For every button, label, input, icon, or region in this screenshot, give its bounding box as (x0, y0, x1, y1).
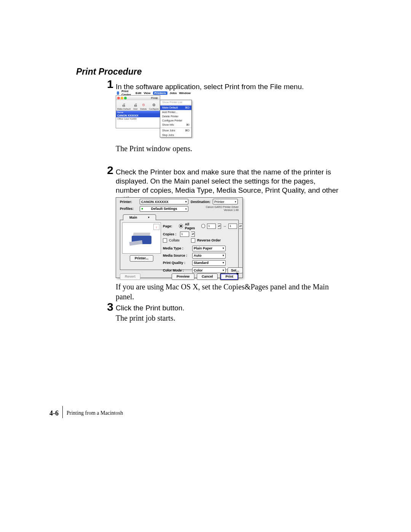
close-traffic-light-icon[interactable] (117, 97, 120, 99)
menu-show-info-label: Show Info (162, 123, 174, 126)
menu-view[interactable]: View (143, 91, 150, 95)
chapter-title: Printing from a Macintosh (67, 410, 123, 416)
driver-version-text: Canon GARO Printer Driver Version 1.60 (206, 206, 239, 212)
dialog-footer: Revert Preview Cancel Print (116, 272, 242, 283)
menu-edit[interactable]: Edit (135, 91, 141, 95)
menu-show-printer-list[interactable]: Show Printer List (160, 100, 191, 104)
reverse-checkbox[interactable] (191, 238, 195, 243)
reverse-label: Reverse Order (197, 238, 221, 242)
mac-menubar: Print Center Edit View Printers Jobs Win… (116, 91, 192, 95)
destination-label: Destination: (191, 200, 210, 204)
profiles-select[interactable]: ● Default Settings ▾ (140, 206, 188, 212)
destination-select[interactable]: Printer▾ (213, 199, 238, 204)
profiles-label: Profiles: (120, 207, 137, 211)
toolbar-delete[interactable]: ⦸ Delete (140, 102, 147, 110)
window-titlebar: Printe (116, 96, 160, 100)
color-mode-label: Color Mode : (163, 268, 190, 272)
toolbar-make-default[interactable]: 🖨 Make Default (117, 102, 131, 110)
menu-show-jobs-label: Show Jobs (162, 129, 175, 132)
configure-icon: ⚙ (151, 102, 156, 107)
orientation-corner-icon: ↓ (153, 224, 159, 230)
print-quality-label: Print Quality : (163, 261, 190, 265)
collate-checkbox[interactable] (163, 238, 167, 243)
print-center-toolbar: 🖨 Make Default 🖨 Add ⦸ Delete ⚙ Configur… (116, 100, 160, 111)
preview-button[interactable]: Preview (172, 273, 194, 280)
printer-add-icon: 🖨 (133, 102, 138, 107)
apple-menu-icon[interactable] (117, 91, 119, 95)
page-label: Page: (163, 224, 177, 228)
menu-show-jobs[interactable]: Show Jobs ⌘O (160, 128, 191, 133)
menu-show-info-shortcut: ⌘I (186, 123, 190, 126)
page-number: 4-6 (49, 409, 62, 417)
tab-row: Main ▾ (116, 213, 242, 220)
cancel-button[interactable]: Cancel (197, 273, 218, 280)
printers-dropdown-menu: Show Printer List Make Default ⌘D Add Pr… (160, 100, 192, 137)
menu-add-printer[interactable]: Add Printer... (160, 110, 191, 114)
all-pages-radio[interactable] (179, 224, 183, 228)
page-footer: 4-6 Printing from a Macintosh (49, 408, 123, 418)
printer-select[interactable]: CANON XXXXXX▾ (140, 199, 188, 204)
copies-field: Copies : 1▴▾ (163, 232, 243, 237)
tab-main[interactable]: Main ▾ (123, 214, 156, 220)
range-sep-icon: ↔ (223, 224, 226, 228)
media-type-select[interactable]: Plain Paper▾ (192, 246, 226, 251)
menu-printers[interactable]: Printers (153, 91, 167, 95)
media-source-select[interactable]: Auto▾ (192, 253, 226, 259)
menu-configure-printer[interactable]: Configure Printer (160, 118, 191, 123)
menu-window[interactable]: Window (179, 91, 191, 95)
printer-list-selected[interactable]: CANON XXXXXX (116, 114, 160, 117)
page-range-radio[interactable] (201, 224, 205, 228)
stepper-icon[interactable]: ▴▾ (191, 232, 195, 237)
menu-make-default-label: Make Default (162, 106, 178, 109)
menu-delete-printer[interactable]: Delete Printer (160, 114, 191, 118)
footer-rule (62, 406, 63, 418)
menu-make-default[interactable]: Make Default ⌘D (160, 105, 191, 110)
print-dialog-top-row: Printer: CANON XXXXXX▾ Destination: Prin… (116, 198, 242, 206)
page-to-input[interactable]: 1 (228, 224, 237, 229)
driver-name: Canon GARO Printer Driver (206, 206, 239, 208)
toolbar-delete-label: Delete (140, 108, 147, 110)
manual-page: Print Procedure 1 In the software applic… (0, 0, 411, 532)
page-from-input[interactable]: 1 (207, 224, 216, 229)
menu-separator (160, 128, 191, 128)
dropdown-arrow-icon: ▾ (223, 254, 224, 257)
step-number-2: 2 (102, 164, 113, 177)
driver-version: Version 1.60 (224, 209, 239, 211)
dropdown-arrow-icon: ▾ (223, 247, 224, 250)
menu-jobs[interactable]: Jobs (170, 91, 177, 95)
destination-select-value: Printer (214, 200, 225, 204)
step3-instruction: Click the Print button. (116, 304, 340, 313)
collate-field: Collate Reverse Order (163, 238, 243, 243)
print-dialog-profiles-row: Profiles: ● Default Settings ▾ Canon GAR… (116, 206, 242, 213)
menu-show-info[interactable]: Show Info ⌘I (160, 123, 191, 127)
dropdown-arrow-icon: ▾ (148, 216, 150, 219)
color-mode-value: Color (194, 268, 203, 272)
panel-right-column: Page: All Pages 1▴▾ ↔ 1▴▾ Copies : 1▴▾ C… (163, 222, 243, 267)
print-quality-field: Print Quality : Standard▾ (163, 260, 243, 266)
stepper-icon[interactable]: ▴▾ (239, 224, 242, 229)
step-number-1: 1 (102, 78, 113, 91)
printer-settings-button[interactable]: Printer... (130, 255, 153, 262)
profiles-select-value: Default Settings (151, 207, 177, 211)
step2-result: If you are using Mac OS X, set the Copie… (116, 282, 340, 302)
printer-default-icon: 🖨 (121, 102, 126, 107)
media-source-label: Media Source : (163, 254, 190, 257)
zoom-traffic-light-icon[interactable] (124, 97, 127, 99)
printer-list-row[interactable]: Office Color N1000 (116, 117, 160, 120)
revert-button[interactable]: Revert (120, 273, 140, 280)
copies-input[interactable]: 1 (180, 232, 189, 237)
toolbar-add[interactable]: 🖨 Add (133, 102, 138, 110)
media-source-value: Auto (194, 254, 202, 257)
main-panel: ↓ Printer... Page: All Pages 1▴▾ ↔ 1▴▾ (120, 220, 239, 270)
dropdown-arrow-icon: ▾ (223, 269, 224, 272)
toolbar-configure[interactable]: ⚙ Configure (149, 102, 159, 110)
menu-stop-jobs[interactable]: Stop Jobs (160, 133, 191, 137)
color-mode-select[interactable]: Color▾ (192, 267, 226, 273)
collate-label: Collate (169, 238, 180, 242)
print-quality-select[interactable]: Standard▾ (192, 260, 226, 266)
dropdown-arrow-icon: ▾ (185, 208, 187, 210)
minimize-traffic-light-icon[interactable] (121, 97, 123, 99)
stepper-icon[interactable]: ▴▾ (218, 224, 221, 229)
toolbar-add-label: Add (133, 108, 137, 110)
copies-label: Copies : (163, 232, 178, 236)
